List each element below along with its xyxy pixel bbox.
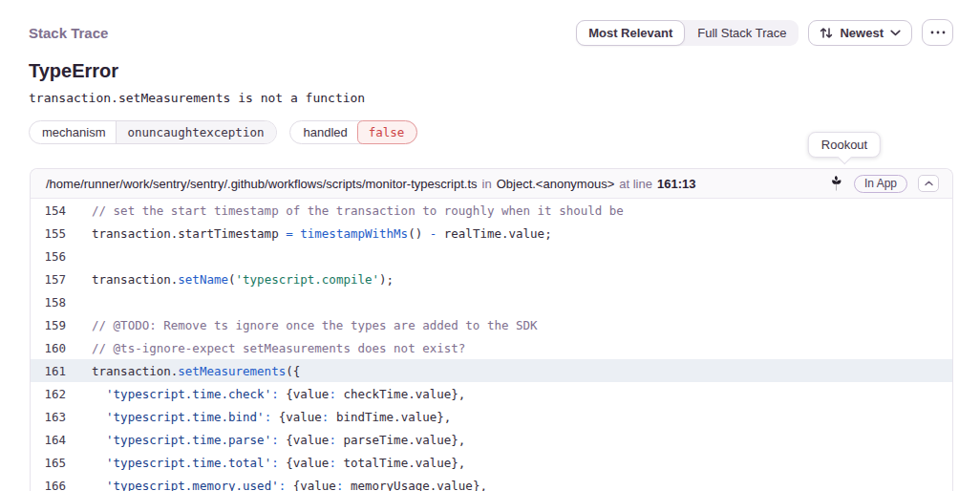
tag-pill-handled[interactable]: handledfalse xyxy=(289,120,417,144)
line-source: // set the start timestamp of the transa… xyxy=(66,203,624,218)
code-line: 156 xyxy=(31,245,952,267)
in-label: in xyxy=(482,177,492,191)
file-path: /home/runner/work/sentry/sentry/.github/… xyxy=(46,177,478,191)
frame-line-number: 161:13 xyxy=(657,177,695,191)
code-line: 164 'typescript.time.parse': {value: par… xyxy=(31,428,952,451)
code-line: 162 'typescript.time.check': {value: che… xyxy=(31,382,952,405)
platform-badge-js: JS xyxy=(30,168,31,188)
line-number: 162 xyxy=(31,387,66,401)
line-source: transaction.startTimestamp = timestampWi… xyxy=(66,226,552,241)
line-number: 160 xyxy=(31,341,66,355)
code-line: 158 xyxy=(31,290,952,313)
code-line: 163 'typescript.time.bind': {value: bind… xyxy=(31,405,952,428)
rookout-button[interactable] xyxy=(831,176,843,191)
rookout-tooltip: Rookout xyxy=(808,132,881,158)
code-line: 155transaction.startTimestamp = timestam… xyxy=(31,222,952,245)
line-source: 'typescript.time.check': {value: checkTi… xyxy=(66,387,465,401)
toolbar: Stack Trace Most Relevant Full Stack Tra… xyxy=(0,0,980,46)
frame-actions: In App xyxy=(831,175,939,193)
in-app-badge: In App xyxy=(854,175,907,193)
line-number: 156 xyxy=(31,249,66,264)
collapse-frame-button[interactable] xyxy=(918,175,939,192)
line-source: 'typescript.time.parse': {value: parseTi… xyxy=(66,433,465,447)
frame-function: Object.<anonymous> xyxy=(497,177,615,191)
line-number: 165 xyxy=(31,456,66,470)
at-line-label: at line xyxy=(619,177,652,191)
tag-value: false xyxy=(357,120,418,144)
tag-key: mechanism xyxy=(30,121,116,143)
line-number: 155 xyxy=(31,226,66,241)
line-source: // @TODO: Remove ts ignore once the type… xyxy=(66,318,538,332)
stack-frame: JS /home/runner/work/sentry/sentry/.gith… xyxy=(30,168,953,491)
section-title: Stack Trace xyxy=(29,25,108,41)
code-line: 157transaction.setName('typescript.compi… xyxy=(31,267,952,290)
more-options-button[interactable] xyxy=(922,19,953,46)
ellipsis-icon xyxy=(930,31,946,34)
line-number: 163 xyxy=(31,410,66,424)
line-number: 159 xyxy=(31,318,66,332)
frame-header[interactable]: /home/runner/work/sentry/sentry/.github/… xyxy=(31,169,952,199)
code-line: 154// set the start timestamp of the tra… xyxy=(31,199,952,222)
tab-most-relevant[interactable]: Most Relevant xyxy=(576,20,685,46)
tag-value: onuncaughtexception xyxy=(116,121,276,143)
sort-arrows-icon xyxy=(820,27,833,39)
line-number: 161 xyxy=(31,364,66,378)
line-number: 157 xyxy=(31,272,66,287)
line-source: 'typescript.time.total': {value: totalTi… xyxy=(66,456,465,470)
tag-key: handled xyxy=(290,121,357,143)
code-line: 159// @TODO: Remove ts ignore once the t… xyxy=(31,313,952,336)
line-source: // @ts-ignore-expect setMeasurements doe… xyxy=(66,341,465,355)
line-number: 158 xyxy=(31,295,66,310)
chevron-down-icon xyxy=(890,30,901,36)
line-source: 'typescript.memory.used': {value: memory… xyxy=(66,479,487,491)
line-source: transaction.setName('typescript.compile'… xyxy=(66,272,394,287)
rookout-icon xyxy=(831,176,843,191)
line-source: transaction.setMeasurements({ xyxy=(66,364,300,378)
error-message: transaction.setMeasurements is not a fun… xyxy=(29,91,980,105)
tab-full-stack-trace[interactable]: Full Stack Trace xyxy=(685,20,799,46)
error-type-title: TypeError xyxy=(29,60,980,82)
sort-button-label: Newest xyxy=(840,26,884,40)
view-toggle: Most Relevant Full Stack Trace xyxy=(576,20,799,46)
stack-trace-controls: Most Relevant Full Stack Trace Newest xyxy=(576,19,953,46)
code-line: 166 'typescript.memory.used': {value: me… xyxy=(31,474,952,491)
line-number: 154 xyxy=(31,203,66,218)
code-line-active: 161transaction.setMeasurements({ xyxy=(31,359,952,382)
code-line: 165 'typescript.time.total': {value: tot… xyxy=(31,451,952,474)
chevron-up-icon xyxy=(925,181,933,186)
line-source: 'typescript.time.bind': {value: bindTime… xyxy=(66,410,451,424)
line-number: 166 xyxy=(31,479,66,491)
code-block: 154// set the start timestamp of the tra… xyxy=(31,199,952,491)
sort-button[interactable]: Newest xyxy=(808,20,912,46)
code-line: 160// @ts-ignore-expect setMeasurements … xyxy=(31,336,952,359)
tag-pill-mechanism[interactable]: mechanismonuncaughtexception xyxy=(29,120,277,144)
line-number: 164 xyxy=(31,433,66,447)
